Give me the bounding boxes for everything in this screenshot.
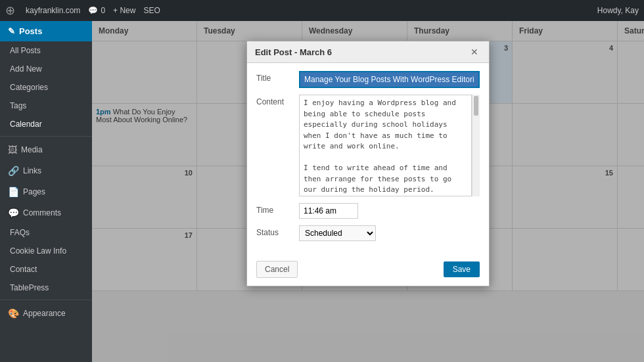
sidebar-item-contact[interactable]: Contact [0, 260, 92, 279]
posts-icon: ✎ [8, 26, 15, 36]
calendar-area: Monday Tuesday Wednesday Thursday Friday… [92, 21, 644, 362]
new-button[interactable]: + New [113, 6, 135, 15]
sidebar-item-calendar[interactable]: Calendar [0, 115, 92, 133]
time-input[interactable] [299, 203, 358, 219]
sidebar-item-cookie-law[interactable]: Cookie Law Info [0, 242, 92, 260]
content-textarea[interactable]: I enjoy having a Wordpress blog and bein… [299, 95, 472, 196]
sidebar-item-tablepress[interactable]: TablePress [0, 279, 92, 297]
sidebar-item-comments[interactable]: 💬 Comments [0, 202, 92, 223]
wp-logo-icon[interactable]: ⊕ [5, 3, 15, 18]
modal-overlay: Edit Post - March 6 ✕ Title Content I en… [92, 21, 644, 362]
sidebar-item-add-new[interactable]: Add New [0, 60, 92, 78]
sidebar-item-tags[interactable]: Tags [0, 97, 92, 115]
content-row: Content I enjoy having a Wordpress blog … [256, 95, 480, 196]
comments-icon: 💬 [8, 208, 19, 218]
content-scrollbar[interactable] [472, 95, 480, 196]
howdy-text: Howdy, Kay [597, 6, 639, 15]
divider-1 [0, 136, 92, 137]
seo-button[interactable]: SEO [143, 6, 160, 15]
sidebar-item-media[interactable]: 🖼 Media [0, 139, 92, 160]
appearance-icon: 🎨 [8, 308, 19, 319]
edit-post-modal: Edit Post - March 6 ✕ Title Content I en… [246, 41, 490, 286]
admin-bar: ⊕ kayfranklin.com 💬 0 + New SEO Howdy, K… [0, 0, 644, 21]
sidebar: ✎ Posts All Posts Add New Categories Tag… [0, 21, 92, 362]
sidebar-item-pages[interactable]: 📄 Pages [0, 181, 92, 202]
modal-body: Title Content I enjoy having a Wordpress… [247, 63, 489, 256]
time-label: Time [256, 203, 292, 215]
scrollbar-thumb [474, 96, 478, 116]
main-layout: ✎ Posts All Posts Add New Categories Tag… [0, 21, 644, 362]
status-label: Status [256, 225, 292, 237]
title-input[interactable] [299, 71, 480, 88]
sidebar-posts-section[interactable]: ✎ Posts [0, 21, 92, 41]
pages-icon: 📄 [8, 187, 19, 197]
modal-title: Edit Post - March 6 [255, 47, 332, 57]
posts-label: Posts [19, 26, 42, 36]
media-icon: 🖼 [8, 145, 17, 155]
sidebar-item-categories[interactable]: Categories [0, 78, 92, 97]
modal-header: Edit Post - March 6 ✕ [247, 41, 489, 63]
title-label: Title [256, 71, 292, 83]
sidebar-item-links[interactable]: 🔗 Links [0, 160, 92, 181]
content-label: Content [256, 95, 292, 106]
modal-close-button[interactable]: ✕ [468, 47, 481, 57]
save-button[interactable]: Save [444, 261, 480, 277]
status-row: Status Scheduled Draft Published Pending… [256, 225, 480, 241]
cancel-button[interactable]: Cancel [256, 261, 298, 278]
site-url[interactable]: kayfranklin.com [26, 6, 80, 15]
title-row: Title [256, 71, 480, 88]
time-row: Time [256, 203, 480, 219]
links-icon: 🔗 [8, 166, 19, 176]
sidebar-item-faqs[interactable]: FAQs [0, 223, 92, 242]
comments-count[interactable]: 💬 0 [88, 6, 105, 15]
sidebar-item-appearance[interactable]: 🎨 Appearance [0, 303, 92, 324]
sidebar-item-all-posts[interactable]: All Posts [0, 41, 92, 60]
admin-bar-left: ⊕ kayfranklin.com 💬 0 + New SEO [5, 3, 160, 18]
status-select[interactable]: Scheduled Draft Published Pending Review [299, 225, 376, 241]
divider-2 [0, 300, 92, 300]
modal-footer: Cancel Save [247, 256, 489, 286]
